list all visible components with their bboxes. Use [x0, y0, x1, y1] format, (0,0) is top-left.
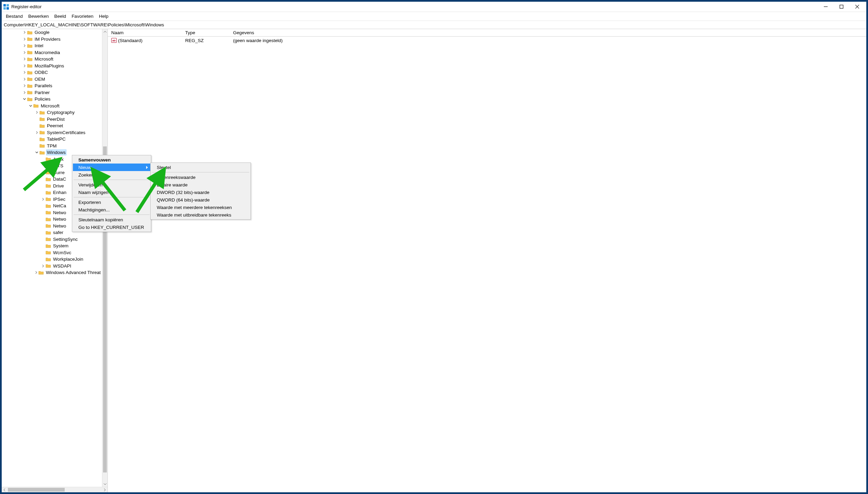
chevron-right-icon[interactable]: [22, 51, 26, 54]
folder-icon: [46, 230, 51, 235]
folder-icon: [27, 57, 33, 62]
chevron-right-icon[interactable]: [22, 84, 26, 87]
chevron-right-icon[interactable]: [22, 71, 26, 74]
tree-node-label: Appx: [52, 157, 64, 162]
chevron-right-icon[interactable]: [22, 38, 26, 41]
tree-node[interactable]: Policies: [2, 96, 107, 103]
value-type: REG_SZ: [182, 38, 230, 43]
context-menu-item[interactable]: Machtigingen...: [73, 206, 150, 213]
menu-favorieten[interactable]: Favorieten: [69, 12, 96, 21]
tree-node[interactable]: WcmSvc: [2, 249, 107, 256]
scrollbar-thumb[interactable]: [8, 488, 65, 492]
chevron-right-icon[interactable]: [22, 57, 26, 61]
tree-node[interactable]: Windows Advanced Threat Protection: [2, 269, 107, 276]
context-menu-item[interactable]: Waarde met meerdere tekenreeksen: [151, 204, 250, 211]
tree-node[interactable]: ODBC: [2, 69, 107, 76]
context-menu-item[interactable]: Waarde met uitbreidbare tekenreeks: [151, 211, 250, 219]
menu-bestand[interactable]: Bestand: [3, 12, 26, 21]
context-menu-item[interactable]: DWORD (32 bits)-waarde: [151, 188, 250, 196]
folder-icon: [46, 223, 51, 228]
tree-node-label: BITS: [52, 163, 64, 168]
tree-horizontal-scrollbar[interactable]: [2, 487, 107, 492]
context-menu-item[interactable]: Exporteren: [73, 198, 150, 206]
tree-node[interactable]: Microsoft: [2, 103, 107, 109]
tree-node[interactable]: Peernet: [2, 122, 107, 129]
tree-node[interactable]: SystemCertificates: [2, 129, 107, 136]
list-row[interactable]: ab (Standaard) REG_SZ (geen waarde inges…: [108, 37, 866, 44]
context-menu-item[interactable]: QWORD (64 bits)-waarde: [151, 196, 250, 204]
tree-node[interactable]: Partner: [2, 89, 107, 96]
close-button[interactable]: [849, 2, 865, 12]
chevron-right-icon[interactable]: [41, 198, 45, 201]
menu-help[interactable]: Help: [96, 12, 111, 21]
context-menu-item[interactable]: Tekenreekswaarde: [151, 173, 250, 181]
chevron-down-icon[interactable]: [22, 98, 26, 101]
chevron-right-icon[interactable]: [35, 131, 39, 134]
tree-node[interactable]: WSDAPI: [2, 263, 107, 270]
menu-bewerken[interactable]: Bewerken: [26, 12, 52, 21]
tree-node[interactable]: TPM: [2, 143, 107, 150]
chevron-right-icon[interactable]: [22, 64, 26, 67]
registry-tree[interactable]: GoogleIM ProvidersIntelMacromediaMicroso…: [2, 29, 107, 276]
folder-icon: [39, 150, 45, 155]
scroll-right-icon[interactable]: [102, 487, 107, 492]
folder-icon: [46, 197, 51, 202]
chevron-right-icon[interactable]: [22, 78, 26, 81]
tree-node-label: OEM: [34, 77, 46, 82]
context-menu-item[interactable]: Verwijderen: [73, 181, 150, 188]
tree-node[interactable]: OEM: [2, 76, 107, 83]
chevron-right-icon[interactable]: [41, 264, 45, 268]
tree-node[interactable]: WorkplaceJoin: [2, 256, 107, 263]
context-menu-item[interactable]: Nieuw: [73, 164, 150, 171]
context-menu-item[interactable]: Naam wijzigen: [73, 188, 150, 196]
tree-node[interactable]: PeerDist: [2, 116, 107, 123]
context-menu-item[interactable]: Go to HKEY_CURRENT_USER: [73, 223, 150, 231]
tree-node-label: Policies: [34, 96, 51, 102]
window-title: Register-editor: [11, 4, 42, 9]
address-bar[interactable]: Computer\HKEY_LOCAL_MACHINE\SOFTWARE\Pol…: [2, 21, 866, 29]
header-naam[interactable]: Naam: [108, 30, 182, 35]
chevron-right-icon[interactable]: [35, 271, 38, 274]
chevron-down-icon[interactable]: [35, 151, 39, 154]
maximize-button[interactable]: [833, 2, 849, 12]
scroll-down-icon[interactable]: [102, 481, 107, 487]
tree-node[interactable]: TabletPC: [2, 136, 107, 143]
header-gegevens[interactable]: Gegevens: [230, 30, 866, 35]
tree-node-label: Drive: [52, 183, 65, 188]
folder-icon: [39, 137, 45, 142]
tree-node[interactable]: Parallels: [2, 82, 107, 89]
chevron-right-icon[interactable]: [22, 31, 26, 34]
scroll-up-icon[interactable]: [102, 29, 107, 35]
tree-node[interactable]: MozillaPlugins: [2, 63, 107, 69]
chevron-right-icon[interactable]: [22, 91, 26, 94]
tree-node[interactable]: Microsoft: [2, 56, 107, 63]
tree-node-label: Netwo: [52, 210, 67, 215]
context-menu-item[interactable]: Binaire waarde: [151, 181, 250, 188]
chevron-right-icon[interactable]: [35, 111, 39, 114]
context-menu-item[interactable]: Sleutelnaam kopiëren: [73, 216, 150, 223]
regedit-app-icon: [3, 4, 9, 10]
folder-icon: [27, 70, 33, 75]
tree-node[interactable]: Google: [2, 29, 107, 36]
context-menu-item[interactable]: Zoeken...: [73, 171, 150, 179]
menu-beeld[interactable]: Beeld: [52, 12, 69, 21]
tree-node-label: PeerDist: [46, 117, 65, 122]
tree-vertical-scrollbar[interactable]: [102, 29, 107, 487]
scroll-left-icon[interactable]: [2, 487, 7, 492]
submenu-arrow-icon: [146, 165, 148, 170]
header-type[interactable]: Type: [182, 30, 230, 35]
context-menu-item[interactable]: Samenvouwen: [73, 156, 150, 164]
folder-icon: [46, 210, 51, 215]
context-menu-item[interactable]: Sleutel: [151, 164, 250, 171]
chevron-down-icon[interactable]: [28, 104, 33, 107]
tree-node-label: Windows Advanced Threat Protection: [45, 270, 107, 275]
tree-node[interactable]: Cryptography: [2, 109, 107, 116]
chevron-right-icon[interactable]: [22, 44, 26, 47]
tree-node[interactable]: Macromedia: [2, 49, 107, 56]
minimize-button[interactable]: [818, 2, 833, 12]
folder-icon: [46, 183, 51, 188]
tree-node[interactable]: Intel: [2, 42, 107, 49]
tree-node[interactable]: System: [2, 243, 107, 249]
tree-node[interactable]: IM Providers: [2, 36, 107, 43]
tree-node[interactable]: SettingSync: [2, 236, 107, 243]
